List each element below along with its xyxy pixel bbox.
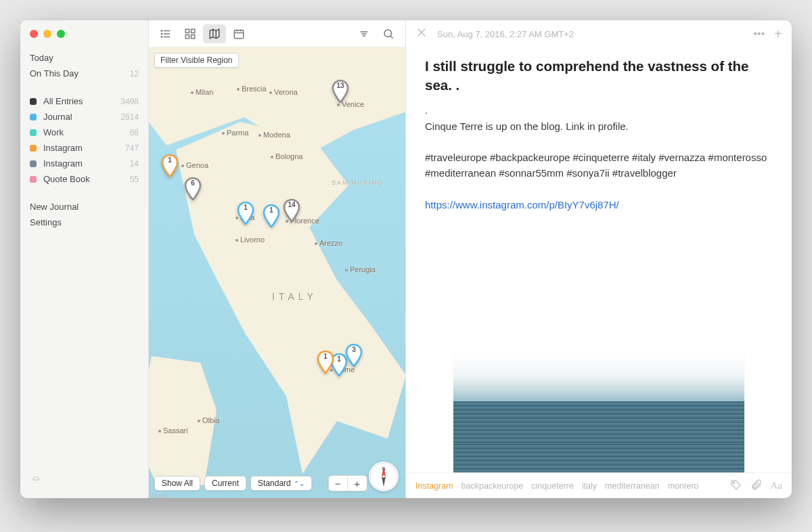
- filter-button[interactable]: [353, 24, 376, 43]
- map-pin[interactable]: 14: [283, 199, 300, 222]
- map-canvas[interactable]: Filter Visible Region MilanBresciaVerona…: [149, 47, 405, 498]
- view-toolbar: [149, 20, 405, 47]
- city-label: Bologna: [271, 152, 302, 160]
- app-window: TodayOn This Day12 All Entries3498Journa…: [20, 20, 792, 498]
- map-pin[interactable]: 1: [263, 204, 280, 227]
- sync-status-icon: [20, 472, 148, 491]
- search-button[interactable]: [377, 24, 400, 43]
- list-view-button[interactable]: [154, 24, 177, 43]
- city-label: Livorno: [235, 236, 265, 244]
- fullscreen-window-icon[interactable]: [57, 30, 65, 38]
- region-label: SAN MARINO: [332, 179, 384, 186]
- sidebar-journal-item[interactable]: Instagram747: [20, 140, 148, 156]
- map-style-select[interactable]: Standard⌃⌄: [250, 476, 312, 491]
- minimize-window-icon[interactable]: [43, 30, 51, 38]
- svg-line-21: [390, 36, 393, 39]
- city-label: Sassari: [158, 426, 188, 435]
- entry-tag[interactable]: Instagram: [415, 481, 453, 491]
- entry-link[interactable]: https://www.instagram.com/p/BIyY7v6j87H/: [425, 199, 619, 210]
- sidebar-item-today[interactable]: Today: [20, 50, 148, 66]
- zoom-out-button[interactable]: −: [329, 476, 348, 491]
- sidebar-journal-item[interactable]: Instagram14: [20, 156, 148, 171]
- map-pin[interactable]: 1: [237, 202, 254, 225]
- close-entry-button[interactable]: [415, 26, 428, 41]
- svg-rect-7: [191, 29, 195, 32]
- close-window-icon[interactable]: [30, 30, 38, 38]
- svg-rect-6: [185, 29, 189, 32]
- sidebar-item-on-this-day[interactable]: On This Day12: [20, 66, 148, 81]
- entry-tag[interactable]: backpackeurope: [461, 481, 524, 491]
- entry-tag[interactable]: italy: [582, 481, 597, 491]
- entry-tag[interactable]: cinqueterre: [531, 481, 574, 491]
- city-label: Parma: [222, 129, 248, 137]
- middle-pane: Filter Visible Region MilanBresciaVerona…: [149, 20, 406, 498]
- svg-rect-8: [185, 35, 189, 38]
- city-label: Arezzo: [315, 239, 342, 247]
- entry-tag[interactable]: mediterranean: [605, 481, 660, 491]
- sidebar-item-settings[interactable]: Settings: [20, 215, 148, 230]
- svg-point-28: [733, 482, 734, 483]
- svg-text:N: N: [382, 466, 385, 471]
- entry-tag[interactable]: montero: [668, 481, 699, 491]
- attachment-icon[interactable]: [750, 479, 763, 493]
- city-label: Verona: [269, 88, 298, 96]
- city-label: Genoa: [181, 161, 208, 169]
- svg-rect-9: [191, 35, 195, 38]
- grid-view-button[interactable]: [179, 24, 202, 43]
- map-controls: Show All Current Standard⌃⌄ − +: [154, 475, 367, 491]
- show-all-button[interactable]: Show All: [154, 476, 200, 491]
- svg-rect-13: [234, 30, 244, 38]
- sidebar-journal-item[interactable]: Journal2614: [20, 109, 148, 125]
- window-controls: [20, 27, 148, 50]
- entry-image[interactable]: [453, 354, 744, 472]
- svg-point-20: [384, 30, 392, 37]
- compass-icon[interactable]: N: [369, 462, 399, 491]
- sidebar-journal-item[interactable]: All Entries3498: [20, 93, 148, 109]
- entry-body: I still struggle to comprehend the vastn…: [406, 47, 792, 472]
- city-label: Perugia: [345, 265, 376, 273]
- map-pin[interactable]: 6: [184, 177, 202, 200]
- map-pin[interactable]: 1: [161, 154, 179, 177]
- sidebar-journal-item[interactable]: Work68: [20, 125, 148, 140]
- calendar-view-button[interactable]: [227, 24, 250, 43]
- entry-title[interactable]: I still struggle to comprehend the vastn…: [425, 57, 773, 94]
- filter-visible-region-button[interactable]: Filter Visible Region: [154, 53, 239, 68]
- entry-date[interactable]: Sun, Aug 7, 2016, 2:27 AM GMT+2: [437, 29, 574, 39]
- svg-point-3: [161, 30, 162, 31]
- svg-point-5: [161, 36, 162, 37]
- svg-point-4: [161, 33, 162, 35]
- city-label: Modena: [258, 131, 290, 139]
- map-view-button[interactable]: [203, 24, 226, 43]
- city-label: Brescia: [237, 85, 267, 93]
- zoom-in-button[interactable]: +: [348, 476, 367, 491]
- legal-link[interactable]: Legal: [152, 493, 166, 498]
- country-label: ITALY: [272, 291, 317, 302]
- current-location-button[interactable]: Current: [204, 476, 246, 491]
- new-entry-button[interactable]: +: [774, 26, 782, 42]
- city-label: Milan: [191, 88, 213, 96]
- entry-pane: Sun, Aug 7, 2016, 2:27 AM GMT+2 ••• + I …: [406, 20, 792, 498]
- sidebar-item-new-journal[interactable]: New Journal: [20, 199, 148, 215]
- zoom-control: − +: [328, 475, 367, 491]
- entry-text[interactable]: . Cinque Terre is up on the blog. Link i…: [425, 102, 773, 213]
- more-menu-button[interactable]: •••: [754, 28, 765, 40]
- svg-marker-10: [210, 29, 219, 39]
- entry-footer: Instagrambackpackeuropecinqueterreitalym…: [406, 472, 792, 498]
- tag-icon[interactable]: [730, 479, 742, 493]
- map-pin[interactable]: 1: [317, 351, 334, 374]
- sidebar: TodayOn This Day12 All Entries3498Journa…: [20, 20, 149, 498]
- map-pin[interactable]: 13: [332, 80, 349, 103]
- text-style-icon[interactable]: Aa: [771, 480, 783, 491]
- entry-toolbar: Sun, Aug 7, 2016, 2:27 AM GMT+2 ••• +: [406, 20, 792, 47]
- city-label: Olbia: [198, 416, 220, 424]
- sidebar-journal-item[interactable]: Quote Book55: [20, 171, 148, 187]
- map-pin[interactable]: 3: [345, 344, 363, 367]
